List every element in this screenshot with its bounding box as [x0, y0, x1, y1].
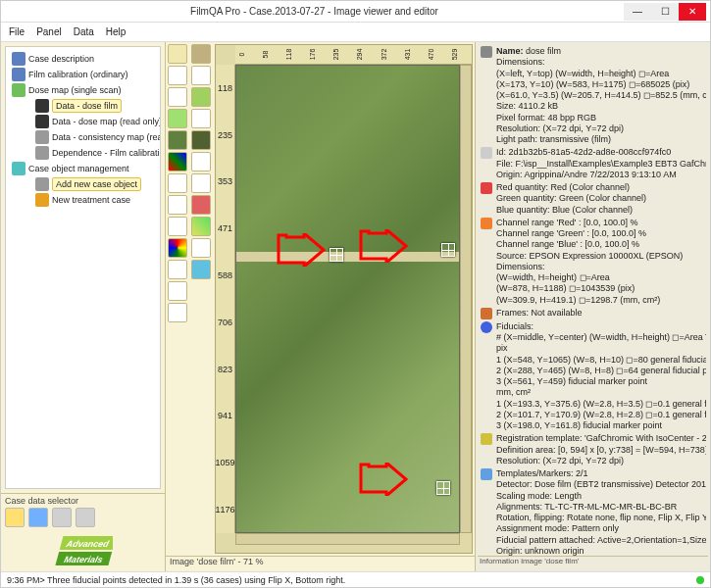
fiducial-marker-2[interactable]: [441, 243, 455, 257]
tool-settings-button[interactable]: [168, 303, 187, 322]
maximize-button[interactable]: ☐: [651, 3, 679, 21]
doc-icon: [12, 52, 25, 66]
minimize-button[interactable]: —: [624, 3, 651, 21]
selector-export-button[interactable]: [52, 508, 72, 527]
app-window: FilmQA Pro - Case.2013-07-27 - Image vie…: [0, 0, 711, 588]
canvas-status: Image 'dose film' - 71 %: [166, 556, 475, 571]
tree-item-film-calibration[interactable]: Film calibration (ordinary): [8, 67, 158, 82]
scrollbar-vertical[interactable]: [460, 65, 472, 533]
cursor-icon: [481, 147, 492, 159]
tool2-c[interactable]: [191, 87, 211, 107]
selector-label: Case data selector: [5, 496, 161, 506]
tool-zoom-button[interactable]: [168, 173, 187, 193]
film-icon: [35, 115, 49, 128]
tree-item-case-object-mgmt[interactable]: Case object management: [8, 161, 158, 176]
case-data-selector: Case data selector: [1, 493, 165, 532]
case-tree[interactable]: Case description Film calibration (ordin…: [5, 46, 161, 489]
info-footer: Information image 'dose film': [478, 556, 708, 569]
tree-item-data-consistency[interactable]: Data - consistency map (read: [8, 129, 158, 145]
tool2-i[interactable]: [191, 217, 211, 236]
fiducial-marker-3[interactable]: [436, 481, 450, 495]
info-content: Name: dose film Dimensions: (X=left, Y=t…: [478, 44, 708, 556]
tree-item-dose-map[interactable]: Dose map (single scan): [8, 82, 158, 98]
map-icon: [35, 130, 49, 144]
tool-fit-button[interactable]: [168, 195, 187, 215]
tool2-k[interactable]: [191, 260, 211, 279]
toolbar-left: [166, 42, 189, 556]
tool2-f[interactable]: [191, 152, 211, 172]
tool-grid-button[interactable]: [168, 44, 187, 64]
tool-rotate-button[interactable]: [168, 260, 187, 279]
tool-curve-button[interactable]: [168, 87, 187, 107]
menu-help[interactable]: Help: [106, 26, 127, 37]
image-canvas[interactable]: 058118176235294372431470529 118235353471…: [215, 44, 473, 554]
tool2-e[interactable]: [191, 130, 211, 150]
titlebar: FilmQA Pro - Case.2013-07-27 - Image vie…: [1, 1, 710, 23]
tool-clock-button[interactable]: [168, 281, 187, 301]
menu-data[interactable]: Data: [74, 26, 94, 37]
statusbar: 9:36 PM> Three fiducial points detected …: [1, 571, 710, 587]
film-strip-divider: [236, 252, 459, 262]
menubar: File Panel Data Help: [1, 23, 710, 42]
status-led-icon: [696, 576, 704, 584]
tree-item-add-case-object[interactable]: Add new case object: [8, 176, 158, 192]
menu-file[interactable]: File: [9, 26, 25, 37]
tree-item-data-dose-map[interactable]: Data - dose map (read only): [8, 114, 158, 129]
toolbar-left-2: [189, 42, 213, 556]
tool-triangle-button[interactable]: [168, 152, 187, 172]
svg-text:Advanced: Advanced: [64, 539, 110, 549]
advanced-materials-logo: Advanced Materials: [1, 532, 165, 571]
selector-save-button[interactable]: [28, 508, 48, 527]
left-panel: Case description Film calibration (ordin…: [1, 42, 166, 571]
gear-icon: [12, 162, 25, 175]
gear-icon: [12, 68, 25, 81]
info-panel: Name: dose film Dimensions: (X=left, Y=t…: [475, 42, 710, 571]
menu-panel[interactable]: Panel: [36, 26, 62, 37]
close-button[interactable]: ✕: [679, 3, 706, 21]
tool-brush-button[interactable]: [168, 109, 187, 128]
ruler-x: 058118176235294372431470529: [235, 45, 472, 65]
contour-icon: [481, 308, 492, 319]
window-title: FilmQA Pro - Case.2013-07-27 - Image vie…: [5, 6, 624, 17]
tool-pointer-button[interactable]: [168, 66, 187, 85]
main-area: Case description Film calibration (ordin…: [1, 42, 710, 571]
tool-color-button[interactable]: [168, 238, 187, 258]
profile-icon: [481, 218, 492, 229]
ruler-y: 11823535347158870682394110591176: [216, 65, 235, 533]
scrollbar-horizontal[interactable]: [235, 533, 460, 545]
tool2-g[interactable]: [191, 173, 211, 193]
status-text: 9:36 PM> Three fiducial points detected …: [7, 575, 345, 585]
fiducial-icon: [481, 321, 492, 333]
link-icon: [35, 146, 49, 160]
surface-icon: [481, 433, 492, 445]
map-icon: [12, 83, 25, 97]
tool-swatch-button[interactable]: [168, 130, 187, 150]
tree-item-new-treatment[interactable]: New treatment case: [8, 192, 158, 208]
film-image[interactable]: [235, 65, 460, 533]
tool2-a[interactable]: [191, 44, 211, 64]
info-icon: [481, 46, 492, 58]
center-panel: 058118176235294372431470529 118235353471…: [166, 42, 475, 571]
statistics-icon: [481, 182, 492, 194]
annotation-arrow-icon: [359, 463, 408, 496]
tree-item-dependence[interactable]: Dependence - Film calibration: [8, 145, 158, 161]
fiducial-marker-1[interactable]: [330, 248, 343, 262]
selector-open-button[interactable]: [5, 508, 25, 527]
star-icon: [35, 193, 49, 207]
tool2-h[interactable]: [191, 195, 211, 215]
tool2-d[interactable]: [191, 109, 211, 128]
tool2-b[interactable]: [191, 66, 211, 85]
tool-crop-button[interactable]: [168, 217, 187, 236]
film-icon: [35, 99, 49, 113]
tree-item-data-dose-film[interactable]: Data - dose film: [8, 98, 158, 114]
tool2-j[interactable]: [191, 238, 211, 258]
svg-text:Materials: Materials: [63, 555, 104, 564]
report-icon: [481, 468, 492, 480]
selector-print-button[interactable]: [76, 508, 95, 527]
add-icon: [35, 177, 49, 191]
tree-item-case-description[interactable]: Case description: [8, 51, 158, 67]
